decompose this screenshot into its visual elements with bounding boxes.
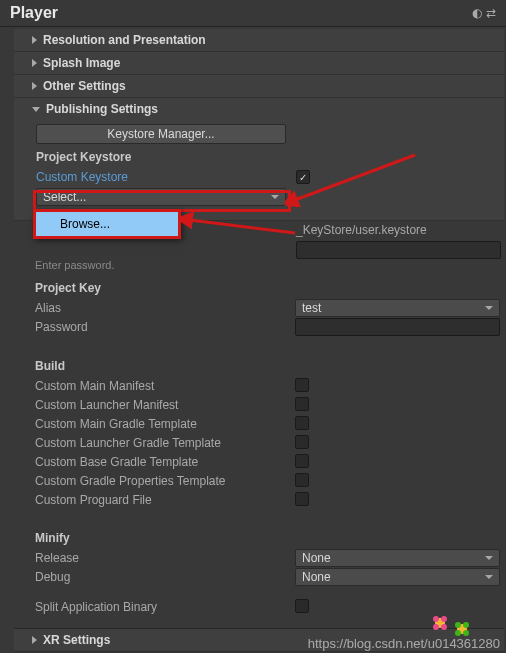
build-checkbox-2[interactable] xyxy=(295,416,309,430)
build-checkbox-4[interactable] xyxy=(295,454,309,468)
header-icons: ◐ ⇄ xyxy=(472,6,496,20)
svg-point-7 xyxy=(433,624,439,630)
svg-point-8 xyxy=(441,624,447,630)
section-resolution[interactable]: Resolution and Presentation xyxy=(14,29,504,52)
chevron-down-icon xyxy=(32,107,40,112)
debug-value: None xyxy=(302,570,331,584)
build-label-6: Custom Proguard File xyxy=(35,493,295,507)
build-row-4: Custom Base Gradle Template xyxy=(35,453,500,471)
build-label-4: Custom Base Gradle Template xyxy=(35,455,295,469)
section-title-xr: XR Settings xyxy=(43,633,110,647)
publishing-body: Keystore Manager... Project Keystore Cus… xyxy=(14,120,504,220)
build-label-2: Custom Main Gradle Template xyxy=(35,417,295,431)
build-block: Build Custom Main Manifest Custom Launch… xyxy=(35,355,500,510)
section-title-publishing: Publishing Settings xyxy=(46,102,158,116)
split-binary-checkbox[interactable] xyxy=(295,599,309,613)
minify-heading: Minify xyxy=(35,531,500,545)
keystore-path-label: _KeyStore/user.keystore xyxy=(296,223,427,237)
custom-keystore-row: Custom Keystore ✓ xyxy=(36,168,494,186)
svg-point-5 xyxy=(433,616,439,622)
player-settings-panel: Resolution and Presentation Splash Image… xyxy=(14,29,504,221)
alias-row: Alias test xyxy=(35,299,500,317)
build-row-3: Custom Launcher Gradle Template xyxy=(35,434,500,452)
build-checkbox-0[interactable] xyxy=(295,378,309,392)
alias-label: Alias xyxy=(35,301,295,315)
inspector-header: Player ◐ ⇄ xyxy=(0,0,506,27)
project-keystore-heading: Project Keystore xyxy=(36,150,494,164)
release-label: Release xyxy=(35,551,295,565)
chevron-right-icon xyxy=(32,636,37,644)
build-row-0: Custom Main Manifest xyxy=(35,377,500,395)
debug-label: Debug xyxy=(35,570,295,584)
section-other[interactable]: Other Settings xyxy=(14,75,504,98)
svg-point-10 xyxy=(455,622,461,628)
build-row-2: Custom Main Gradle Template xyxy=(35,415,500,433)
key-password-input[interactable] xyxy=(295,318,500,336)
help-icon[interactable]: ◐ xyxy=(472,6,482,20)
key-password-row: Password xyxy=(35,318,500,336)
release-value: None xyxy=(302,551,331,565)
build-row-5: Custom Gradle Properties Template xyxy=(35,472,500,490)
build-row-6: Custom Proguard File xyxy=(35,491,500,509)
section-splash[interactable]: Splash Image xyxy=(14,52,504,75)
section-title-resolution: Resolution and Presentation xyxy=(43,33,206,47)
release-dropdown[interactable]: None xyxy=(295,549,500,567)
browse-menu-item[interactable]: Browse... xyxy=(36,212,178,236)
svg-line-3 xyxy=(190,220,295,233)
project-key-heading: Project Key xyxy=(35,281,500,295)
build-label-1: Custom Launcher Manifest xyxy=(35,398,295,412)
alias-value: test xyxy=(302,301,321,315)
keystore-select-dropdown[interactable]: Select... xyxy=(36,188,286,206)
build-label-5: Custom Gradle Properties Template xyxy=(35,474,295,488)
enter-password-hint: Enter password. xyxy=(35,259,114,271)
project-key-block: Project Key Alias test Password xyxy=(35,277,500,337)
svg-point-11 xyxy=(463,622,469,628)
svg-point-6 xyxy=(441,616,447,622)
section-title-other: Other Settings xyxy=(43,79,126,93)
build-checkbox-3[interactable] xyxy=(295,435,309,449)
release-row: Release None xyxy=(35,549,500,567)
debug-row: Debug None xyxy=(35,568,500,586)
keystore-password-input[interactable] xyxy=(296,241,501,259)
watermark-text: https://blog.csdn.net/u014361280 xyxy=(308,636,500,651)
build-checkbox-1[interactable] xyxy=(295,397,309,411)
chevron-right-icon xyxy=(32,82,37,90)
page-title: Player xyxy=(10,4,58,22)
build-checkbox-6[interactable] xyxy=(295,492,309,506)
keystore-select-value: Select... xyxy=(43,190,86,204)
chevron-right-icon xyxy=(32,36,37,44)
chevron-right-icon xyxy=(32,59,37,67)
build-row-1: Custom Launcher Manifest xyxy=(35,396,500,414)
keystore-dropdown-popup: Browse... xyxy=(33,209,181,239)
debug-dropdown[interactable]: None xyxy=(295,568,500,586)
settings-icon[interactable]: ⇄ xyxy=(486,6,496,20)
section-publishing: Publishing Settings Keystore Manager... … xyxy=(14,98,504,221)
minify-block: Minify Release None Debug None Split App… xyxy=(35,527,500,617)
keystore-manager-button[interactable]: Keystore Manager... xyxy=(36,124,286,144)
build-checkbox-5[interactable] xyxy=(295,473,309,487)
build-label-0: Custom Main Manifest xyxy=(35,379,295,393)
alias-dropdown[interactable]: test xyxy=(295,299,500,317)
section-header-publishing[interactable]: Publishing Settings xyxy=(14,98,504,120)
split-binary-label: Split Application Binary xyxy=(35,600,295,614)
custom-keystore-label[interactable]: Custom Keystore xyxy=(36,170,296,184)
custom-keystore-checkbox[interactable]: ✓ xyxy=(296,170,310,184)
key-password-label: Password xyxy=(35,320,295,334)
section-title-splash: Splash Image xyxy=(43,56,120,70)
build-heading: Build xyxy=(35,359,500,373)
build-label-3: Custom Launcher Gradle Template xyxy=(35,436,295,450)
